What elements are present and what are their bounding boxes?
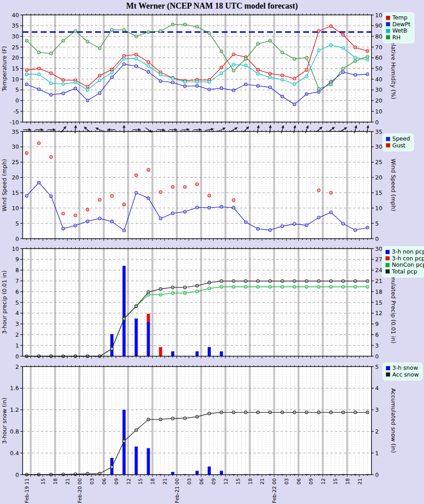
legend-label: 3-h snow [392,365,418,372]
legend-swatch [386,256,390,260]
legend-swatch [386,372,390,377]
svg-text:20: 20 [375,174,382,181]
svg-text:4: 4 [15,310,19,316]
svg-text:0: 0 [15,97,19,104]
legend-swatch [386,29,390,33]
svg-text:50: 50 [375,65,382,72]
legend-swatch [386,269,390,273]
legend-item: Speed [386,136,410,142]
svg-text:10: 10 [12,76,19,83]
precip-left-axis-title: 3-hour precip (0.01 in) [0,249,8,356]
svg-text:35: 35 [12,128,19,135]
legend-label: NonCon pcp [392,262,424,268]
svg-text:5: 5 [15,299,19,306]
svg-text:35: 35 [12,22,19,29]
legend-swatch [386,250,390,254]
legend-item: WetB [386,28,410,34]
svg-text:30: 30 [375,86,382,93]
svg-text:35: 35 [375,128,382,135]
svg-text:24: 24 [375,267,382,273]
legend-label: RH [392,34,400,41]
svg-text:30: 30 [375,143,382,150]
svg-text:5: 5 [15,86,19,93]
svg-text:21: 21 [375,278,382,284]
meteogram-page: 4035302520151050-5-101009080706050403020… [0,0,424,504]
legend-item: DewPt [386,21,410,28]
svg-text:30: 30 [375,245,382,252]
snow-left-axis-title: 3-hour snow (in) [0,367,8,475]
legend-item: 3-h non pcp [386,249,424,255]
legend-swatch [386,16,390,20]
legend-item: 3-h con pcp [386,255,424,262]
legend-item: RH [386,34,410,41]
svg-text:0: 0 [15,471,19,478]
svg-text:5: 5 [15,220,19,227]
svg-text:0.8: 0.8 [10,428,19,435]
legend-temperature: TempDewPtWetBRH [382,12,414,43]
svg-text:1.2: 1.2 [10,406,19,413]
svg-text:18: 18 [52,478,58,485]
svg-text:03: 03 [284,478,290,485]
temp-left-axis-title: Temperature (F) [0,15,8,122]
svg-text:10: 10 [12,205,19,212]
svg-text:20: 20 [375,97,382,104]
svg-text:5: 5 [375,363,379,370]
svg-text:25: 25 [375,159,382,165]
svg-text:15: 15 [375,189,382,196]
svg-text:18: 18 [248,478,253,485]
svg-text:0: 0 [375,119,379,126]
svg-text:90: 90 [375,22,382,29]
svg-text:80: 80 [375,33,382,40]
svg-text:09: 09 [211,478,217,485]
snow-right-axis-title: Accumulated snow (in) [390,367,397,475]
svg-text:3: 3 [375,406,379,413]
svg-text:1: 1 [375,450,379,457]
svg-text:15: 15 [12,189,19,196]
svg-text:2: 2 [15,331,19,338]
legend-label: Acc snow [392,372,419,378]
svg-text:15: 15 [12,65,19,72]
legend-swatch [386,137,390,141]
svg-text:25: 25 [12,159,19,165]
svg-text:15: 15 [375,299,382,306]
svg-text:20: 20 [12,174,19,181]
legend-item: Temp [386,14,410,21]
svg-text:8: 8 [15,267,19,273]
legend-swatch [386,366,390,370]
legend-label: Temp [392,14,407,21]
svg-text:12: 12 [320,478,326,485]
svg-text:0: 0 [375,353,379,360]
svg-text:Feb-20 00: Feb-20 00 [77,478,83,503]
legend-wind: SpeedGust [382,133,414,151]
svg-text:40: 40 [375,76,382,83]
wind-left-axis-title: Wind Speed (mph) [0,132,8,239]
svg-text:0: 0 [375,236,379,242]
svg-text:30: 30 [12,143,19,150]
legend-label: WetB [392,28,407,34]
legend-label: Total pcp [392,268,417,275]
svg-text:9: 9 [375,320,379,327]
svg-text:12: 12 [126,478,132,485]
svg-text:21: 21 [357,478,363,485]
svg-text:12: 12 [375,310,382,316]
svg-text:06: 06 [101,478,107,485]
svg-text:21: 21 [259,478,265,485]
svg-text:15: 15 [333,478,338,485]
svg-text:10: 10 [375,205,382,212]
svg-text:20: 20 [12,54,19,61]
chart-canvas: 4035302520151050-5-101009080706050403020… [0,0,424,504]
legend-item: Acc snow [386,372,419,378]
legend-label: 3-h non pcp [392,249,424,255]
svg-text:21: 21 [65,478,71,485]
svg-text:7: 7 [15,278,19,284]
legend-item: NonCon pcp [386,262,424,268]
svg-text:18: 18 [150,478,156,485]
svg-text:10: 10 [375,108,382,115]
svg-text:6: 6 [375,331,379,338]
svg-text:15: 15 [235,478,241,485]
svg-text:2: 2 [375,428,379,435]
svg-text:30: 30 [12,33,19,40]
svg-text:0: 0 [15,353,19,360]
svg-text:70: 70 [375,44,382,51]
chart-title: Mt Werner (NCEP NAM 18 UTC model forecas… [0,1,424,11]
